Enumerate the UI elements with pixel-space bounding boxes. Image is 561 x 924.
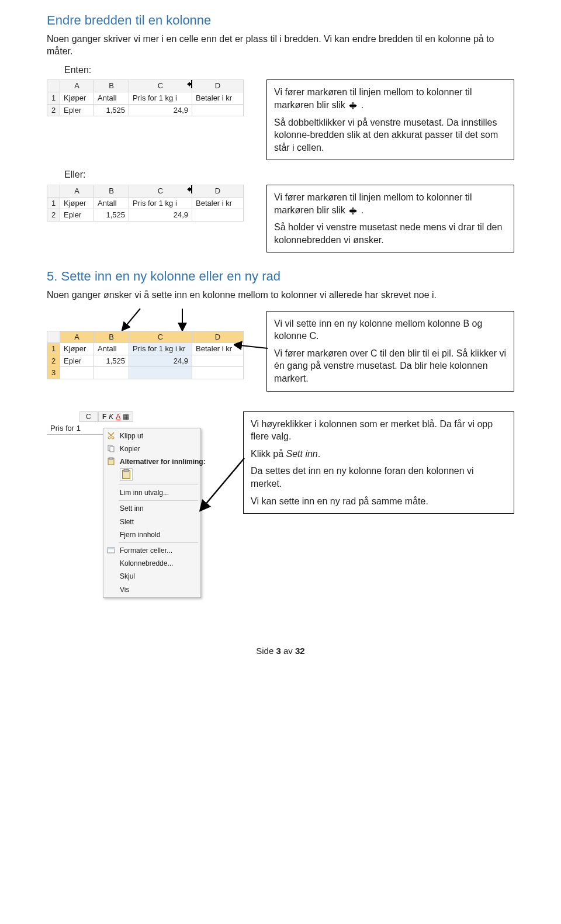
italic-btn[interactable]: K bbox=[109, 412, 113, 421]
mini-format-toolbar[interactable]: F K A ▦ bbox=[98, 411, 133, 422]
grid-select-all[interactable] bbox=[47, 331, 60, 343]
heading2-num: 5. bbox=[47, 269, 57, 283]
cell-c2[interactable]: 24,9 bbox=[129, 355, 192, 367]
arrow-callout3 bbox=[234, 331, 269, 366]
row-header-1[interactable]: 1 bbox=[47, 92, 60, 105]
ctx-paste-special[interactable]: Lim inn utvalg... bbox=[103, 486, 200, 499]
ctx-sep-1 bbox=[119, 485, 198, 485]
cell-a1[interactable]: Kjøper bbox=[60, 343, 94, 355]
ctx-insert-label: Sett inn bbox=[120, 504, 144, 513]
ctx-format-cells[interactable]: Formater celler... bbox=[103, 544, 200, 557]
col-header-c[interactable]: C bbox=[129, 80, 192, 92]
figure-context-menu: C F K A ▦ Pris for 1 Klipp ut bbox=[47, 411, 222, 610]
cell-c3[interactable] bbox=[129, 367, 192, 379]
cell-b1[interactable]: Antall bbox=[94, 197, 129, 209]
excel-grid-2: A B C D 1 Kjøper Antall Pris for 1 kg i … bbox=[47, 185, 244, 222]
svg-rect-6 bbox=[110, 447, 114, 452]
callout1-line2: Så dobbeltklikker vi på venstre musetast… bbox=[274, 116, 507, 154]
arrow-annotation bbox=[47, 307, 245, 331]
paste-icon bbox=[106, 456, 116, 466]
grid-select-all[interactable] bbox=[47, 185, 60, 198]
col-header-a[interactable]: A bbox=[60, 80, 94, 92]
row-header-2[interactable]: 2 bbox=[47, 355, 60, 367]
cell-b2[interactable]: 1,525 bbox=[94, 104, 129, 116]
ctx-column-width[interactable]: Kolonnebredde... bbox=[103, 557, 200, 570]
row-header-2[interactable]: 2 bbox=[47, 209, 60, 222]
col-header-c-selected[interactable]: C bbox=[129, 331, 192, 343]
callout2-end: . bbox=[361, 205, 363, 215]
ctx-show[interactable]: Vis bbox=[103, 583, 200, 596]
cell-c2[interactable]: 24,9 bbox=[129, 104, 192, 116]
col-header-b[interactable]: B bbox=[94, 80, 129, 92]
ctx-insert[interactable]: Sett inn bbox=[103, 502, 200, 515]
ctx-copy[interactable]: Kopier bbox=[103, 442, 200, 455]
svg-point-4 bbox=[112, 437, 114, 439]
cell-c2[interactable]: 24,9 bbox=[129, 209, 192, 222]
cell-c1[interactable]: Pris for 1 kg i kr bbox=[129, 343, 192, 355]
callout-drag: Vi fører markøren til linjen mellom to k… bbox=[266, 185, 514, 252]
cell-d1[interactable]: Betaler i kr bbox=[192, 197, 244, 209]
cell-c1[interactable]: Pris for 1 kg i bbox=[129, 197, 192, 209]
bold-btn[interactable]: F bbox=[102, 412, 106, 421]
cell-a2[interactable]: Epler bbox=[60, 104, 94, 116]
label-eller: Eller: bbox=[64, 168, 514, 181]
col-header-d[interactable]: D bbox=[192, 185, 244, 198]
callout3-line2: Vi fører markøren over C til den blir ti… bbox=[274, 347, 507, 385]
ctx-cut[interactable]: Klipp ut bbox=[103, 430, 200, 442]
col-header-c-mini[interactable]: C bbox=[79, 411, 98, 422]
col-header-d[interactable]: D bbox=[192, 80, 244, 92]
cell-c1[interactable]: Pris for 1 kg i bbox=[129, 92, 192, 105]
col-header-c-label: C bbox=[158, 81, 163, 90]
arrow-callout4 bbox=[199, 423, 245, 522]
cell-b1[interactable]: Antall bbox=[94, 92, 129, 105]
col-header-a[interactable]: A bbox=[60, 331, 94, 343]
resize-cursor-icon-inline bbox=[348, 100, 361, 110]
cell-a2[interactable]: Epler bbox=[60, 355, 94, 367]
cell-d2[interactable] bbox=[192, 209, 244, 222]
row-header-1[interactable]: 1 bbox=[47, 197, 60, 209]
svg-rect-12 bbox=[108, 548, 115, 549]
cell-d1[interactable]: Betaler i kr bbox=[192, 92, 244, 105]
ctx-hide-label: Skjul bbox=[120, 572, 135, 581]
row-header-1[interactable]: 1 bbox=[47, 343, 60, 355]
row-header-2[interactable]: 2 bbox=[47, 104, 60, 116]
col-header-a[interactable]: A bbox=[60, 185, 94, 198]
col-header-c[interactable]: C bbox=[129, 185, 192, 198]
cell-b3[interactable] bbox=[94, 367, 129, 379]
ctx-hide[interactable]: Skjul bbox=[103, 570, 200, 583]
cell-a1[interactable]: Kjøper bbox=[60, 92, 94, 105]
font-color-btn[interactable]: A bbox=[116, 412, 120, 421]
row-header-3[interactable]: 3 bbox=[47, 367, 60, 379]
intro-para-2: Noen ganger ønsker vi å sette inn en kol… bbox=[47, 289, 514, 302]
figure-sheet-2: A B C D 1 Kjøper Antall Pris for 1 kg i … bbox=[47, 185, 245, 222]
cell-a3[interactable] bbox=[60, 367, 94, 379]
cell-d3[interactable] bbox=[192, 367, 244, 379]
svg-point-3 bbox=[108, 437, 110, 439]
cell-b2[interactable]: 1,525 bbox=[94, 209, 129, 222]
svg-line-13 bbox=[201, 458, 244, 510]
ctx-paste-opts-label: Alternativer for innliming: bbox=[120, 457, 206, 466]
ctx-paste-opts[interactable]: Alternativer for innliming: bbox=[103, 455, 200, 468]
format-cells-icon bbox=[106, 545, 116, 555]
ctx-delete[interactable]: Slett bbox=[103, 515, 200, 528]
ctx-paste-option-btn[interactable] bbox=[103, 468, 200, 483]
cell-b1[interactable]: Antall bbox=[94, 343, 129, 355]
cell-a1[interactable]: Kjøper bbox=[60, 197, 94, 209]
svg-line-2 bbox=[235, 345, 268, 348]
ctx-clear[interactable]: Fjern innhold bbox=[103, 528, 200, 541]
col-header-b[interactable]: B bbox=[94, 185, 129, 198]
cell-d2[interactable] bbox=[192, 104, 244, 116]
callout-dblclick: Vi fører markøren til linjen mellom to k… bbox=[266, 79, 514, 160]
ctx-cut-label: Klipp ut bbox=[120, 431, 143, 441]
col-header-b[interactable]: B bbox=[94, 331, 129, 343]
cell-a2[interactable]: Epler bbox=[60, 209, 94, 222]
border-btn[interactable]: ▦ bbox=[123, 412, 129, 421]
grid-select-all[interactable] bbox=[47, 80, 60, 92]
cell-b2[interactable]: 1,525 bbox=[94, 355, 129, 367]
callout4-line3: Da settes det inn en ny kolonne foran de… bbox=[251, 465, 507, 490]
callout4-l2a: Klikk på bbox=[251, 449, 286, 459]
callout4-l2c: . bbox=[318, 449, 320, 459]
intro-para-1: Noen ganger skriver vi mer i en celle en… bbox=[47, 33, 514, 58]
page-footer: Side 3 av 32 bbox=[47, 645, 514, 657]
page-number: 3 bbox=[276, 646, 280, 656]
